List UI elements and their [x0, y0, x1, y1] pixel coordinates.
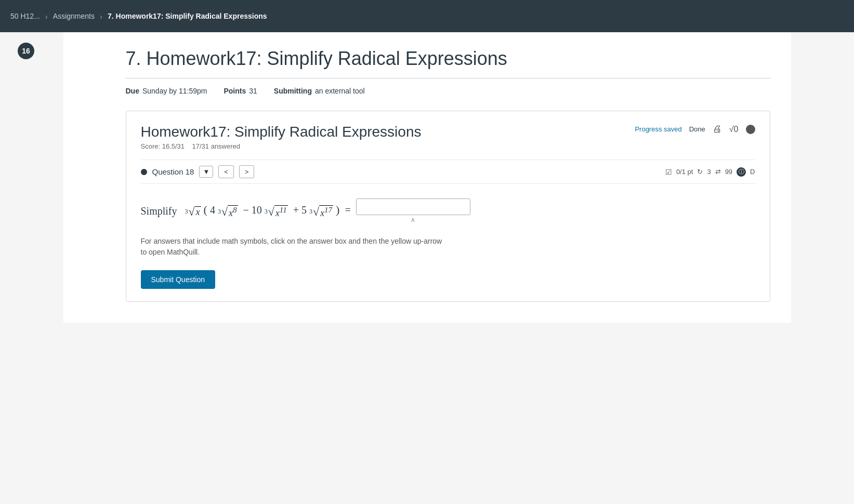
answer-input[interactable] — [356, 198, 470, 215]
score-info: Score: 16.5/31 17/31 answered — [141, 142, 755, 150]
answer-field-wrapper: ∧ — [356, 198, 470, 223]
question-number-badge: 16 — [18, 43, 34, 59]
swap-icon: ⇄ — [715, 168, 721, 176]
up-arrow-indicator: ∧ — [411, 216, 415, 223]
checkmark-icon: ☑ — [665, 168, 672, 176]
top-navigation-bar: 50 H12... › Assignments › 7. Homework17:… — [0, 0, 854, 32]
panel-actions: Progress saved Done 🖨 √0 — [635, 124, 755, 135]
radical-x11: 3√x11 — [265, 205, 288, 219]
nav-letter-d: D — [750, 168, 755, 176]
print-button[interactable]: 🖨 — [713, 124, 722, 135]
extra-panel-button[interactable] — [746, 125, 755, 134]
helper-text: For answers that include math symbols, c… — [141, 236, 755, 258]
main-content: 7. Homework17: Simplify Radical Expressi… — [63, 32, 791, 323]
info-icon: ⓘ — [737, 167, 746, 177]
sidebar-left: 16 — [0, 32, 52, 504]
submitting-value: an external tool — [315, 87, 365, 95]
assignment-meta: Due Sunday by 11:59pm Points 31 Submitti… — [126, 87, 770, 95]
progress-saved: Progress saved — [635, 125, 681, 133]
radical-x17: 3√x17 — [309, 205, 333, 219]
retry-icon: ↻ — [697, 168, 703, 176]
answered-text: 17/31 answered — [192, 142, 241, 150]
question-label: Question 18 — [152, 167, 194, 176]
math-question: Simplify 3√x ( 4 3√x8 − 10 3√x11 — [141, 198, 755, 223]
due-label: Due — [126, 87, 139, 95]
question-status-dot — [141, 169, 147, 175]
question-nav-right: ☑ 0/1 pt ↻ 3 ⇄ 99 ⓘ D — [665, 167, 755, 177]
submitting-label: Submitting — [274, 87, 312, 95]
prev-question-button[interactable]: < — [218, 165, 234, 178]
math-expression: 3√x ( 4 3√x8 − 10 3√x11 + 5 3√x17 — [185, 203, 351, 219]
submitting-meta: Submitting an external tool — [274, 87, 365, 95]
done-button[interactable]: Done — [689, 125, 705, 133]
helper-text-line2: to open MathQuill. — [141, 248, 200, 256]
submit-question-button[interactable]: Submit Question — [141, 270, 216, 289]
homework-panel: Homework17: Simplify Radical Expressions… — [126, 111, 770, 302]
helper-text-line1: For answers that include math symbols, c… — [141, 237, 442, 245]
panel-header: Homework17: Simplify Radical Expressions… — [141, 124, 755, 140]
simplify-label: Simplify — [141, 205, 180, 217]
retry-count: 3 — [707, 168, 711, 176]
score-text: Score: 16.5/31 — [141, 142, 185, 150]
due-value: Sunday by 11:59pm — [142, 87, 207, 95]
page-title: 7. Homework17: Simplify Radical Expressi… — [126, 48, 770, 78]
breadcrumb-current-assignment: 7. Homework17: Simplify Radical Expressi… — [108, 12, 267, 20]
question-nav-left: Question 18 ▼ < > — [141, 165, 255, 178]
sqrt-button[interactable]: √0 — [729, 125, 739, 134]
due-meta: Due Sunday by 11:59pm — [126, 87, 207, 95]
points-meta: Points 31 — [224, 87, 257, 95]
points-value: 31 — [249, 87, 257, 95]
points-earned: 0/1 pt — [676, 168, 693, 176]
radical-x: 3√x — [185, 205, 201, 219]
next-question-button[interactable]: > — [239, 165, 255, 178]
radical-x8: 3√x8 — [218, 205, 238, 219]
breadcrumb-start: 50 H12... — [10, 12, 40, 20]
points-label: Points — [224, 87, 246, 95]
question-nav: Question 18 ▼ < > ☑ 0/1 pt ↻ 3 ⇄ 99 ⓘ D — [141, 160, 755, 184]
panel-title: Homework17: Simplify Radical Expressions — [141, 124, 422, 140]
extra-count: 99 — [725, 168, 732, 176]
breadcrumb-assignments[interactable]: Assignments — [53, 12, 95, 20]
question-dropdown[interactable]: ▼ — [199, 166, 213, 178]
